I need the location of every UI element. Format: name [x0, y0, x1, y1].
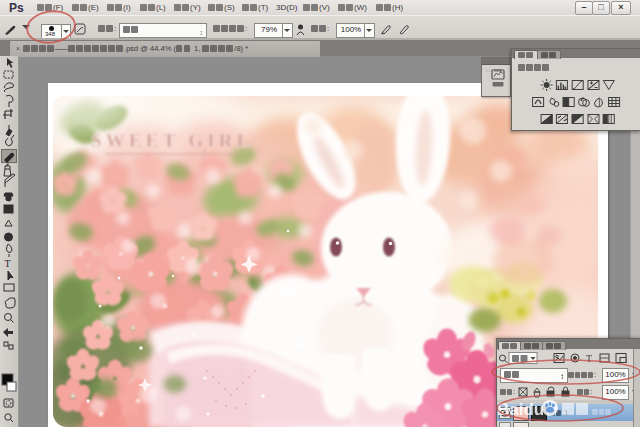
svg-text:T: T: [586, 353, 592, 364]
svg-text:T: T: [5, 258, 11, 269]
